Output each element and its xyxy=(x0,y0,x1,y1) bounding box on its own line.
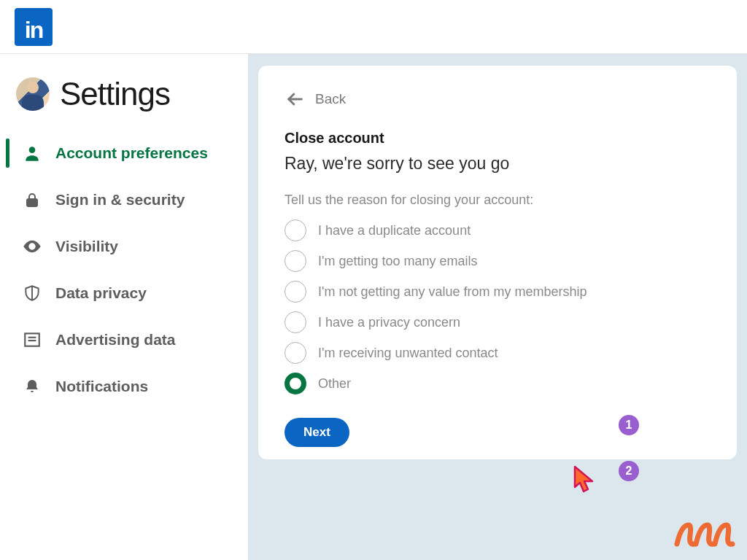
settings-card: Back Close account Ray, we're sorry to s… xyxy=(258,66,737,459)
radio-label: I have a privacy concern xyxy=(318,315,460,330)
logo-text: in xyxy=(25,18,42,42)
back-label: Back xyxy=(315,91,346,107)
radio-icon-selected xyxy=(285,373,306,394)
shield-icon xyxy=(22,283,42,303)
back-button[interactable]: Back xyxy=(285,89,711,109)
radio-icon xyxy=(285,250,306,272)
sidebar-item-account-preferences[interactable]: Account preferences xyxy=(0,130,248,176)
reason-option-emails[interactable]: I'm getting too many emails xyxy=(285,250,711,272)
svg-point-4 xyxy=(31,245,34,249)
newspaper-icon xyxy=(22,330,42,350)
radio-label: I'm getting too many emails xyxy=(318,254,478,269)
next-button[interactable]: Next xyxy=(285,418,349,447)
page-title: Settings xyxy=(60,76,170,112)
sidebar: Settings Account preferences Sign in & s… xyxy=(0,54,248,560)
lock-icon xyxy=(22,190,42,210)
next-button-label: Next xyxy=(303,425,330,439)
sidebar-item-data-privacy[interactable]: Data privacy xyxy=(0,270,248,316)
sidebar-item-visibility[interactable]: Visibility xyxy=(0,223,248,270)
reason-option-other[interactable]: Other xyxy=(285,373,711,394)
radio-icon xyxy=(285,311,306,333)
section-title: Close account xyxy=(285,130,711,147)
radio-icon xyxy=(285,281,306,303)
radio-label: Other xyxy=(318,376,351,392)
radio-label: I'm receiving unwanted contact xyxy=(318,346,498,361)
radio-label: I'm not getting any value from my member… xyxy=(318,284,587,300)
radio-icon xyxy=(285,219,306,241)
svg-point-0 xyxy=(29,147,36,153)
main-content: Back Close account Ray, we're sorry to s… xyxy=(248,54,747,560)
annotation-badge-1: 1 xyxy=(619,415,639,435)
sidebar-item-label: Sign in & security xyxy=(55,191,185,209)
eye-icon xyxy=(22,236,42,257)
sorry-message: Ray, we're sorry to see you go xyxy=(285,154,711,174)
radio-icon xyxy=(285,342,306,364)
person-icon xyxy=(22,143,42,163)
reason-option-privacy[interactable]: I have a privacy concern xyxy=(285,311,711,333)
linkedin-logo[interactable]: in xyxy=(15,8,53,46)
sidebar-item-label: Account preferences xyxy=(55,144,208,162)
svg-rect-3 xyxy=(31,202,32,204)
cursor-pointer-icon xyxy=(570,464,600,499)
reason-prompt: Tell us the reason for closing your acco… xyxy=(285,192,711,208)
sidebar-item-notifications[interactable]: Notifications xyxy=(0,363,248,410)
sidebar-item-signin-security[interactable]: Sign in & security xyxy=(0,176,248,223)
reason-option-no-value[interactable]: I'm not getting any value from my member… xyxy=(285,281,711,303)
sidebar-item-label: Advertising data xyxy=(55,331,176,349)
app-header: in xyxy=(0,0,747,54)
bell-icon xyxy=(22,376,42,397)
watermark-icon xyxy=(674,519,737,553)
sidebar-item-label: Data privacy xyxy=(55,284,147,302)
sidebar-item-label: Notifications xyxy=(55,378,148,395)
annotation-badge-2: 2 xyxy=(619,461,639,481)
avatar[interactable] xyxy=(16,77,50,111)
sidebar-item-advertising-data[interactable]: Advertising data xyxy=(0,316,248,363)
reason-option-duplicate[interactable]: I have a duplicate account xyxy=(285,219,711,241)
reason-option-unwanted-contact[interactable]: I'm receiving unwanted contact xyxy=(285,342,711,364)
arrow-left-icon xyxy=(285,89,305,109)
radio-label: I have a duplicate account xyxy=(318,223,471,238)
settings-header: Settings xyxy=(0,69,248,130)
sidebar-item-label: Visibility xyxy=(55,238,118,255)
